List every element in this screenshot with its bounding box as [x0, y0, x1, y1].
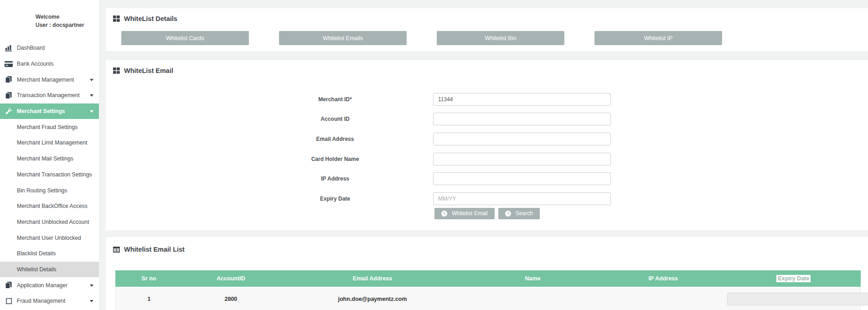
whitelist-details-title-row: WhiteList Details	[113, 15, 861, 23]
search-button[interactable]: Search	[498, 208, 540, 219]
sidebar-item-transaction-management[interactable]: Transaction Management	[0, 88, 99, 103]
tab-button-whitelist-bin[interactable]: Whitelist Bin	[437, 31, 564, 45]
sidebar-item-merchant-backoffice-access[interactable]: Merchant BackOffice Access	[0, 198, 99, 214]
field-label: IP Address	[276, 176, 394, 182]
page-title: WhiteList Details	[124, 15, 177, 22]
sidebar-item-fraud-management[interactable]: Fraud Management	[0, 293, 99, 309]
cell-email-address: john.doe@paymentz.com	[279, 288, 466, 310]
column-header-accountid: AccountID	[182, 270, 279, 288]
cell-expiry-date	[727, 288, 861, 310]
whitelist-email-table: Sr noAccountIDEmail AddressNameIP Addres…	[115, 270, 861, 310]
sidebar-item-label: Blacklist Details	[17, 250, 56, 257]
welcome-user: User : docspartner	[36, 21, 99, 29]
tab-button-whitelist-emails[interactable]: Whitelist Emails	[279, 31, 407, 45]
expiry-date-disabled-input[interactable]	[727, 293, 868, 305]
button-label: Search	[516, 210, 533, 217]
sidebar-item-label: Bank Accounts	[17, 61, 54, 67]
field-label: Card Holder Name	[276, 156, 394, 162]
sidebar-item-dashboard[interactable]: DashBoard	[0, 40, 99, 56]
clock-icon	[505, 211, 511, 217]
square-icon	[4, 297, 14, 305]
credit-card-icon	[4, 60, 14, 67]
grid-icon	[113, 67, 120, 74]
card-holder-name-field[interactable]	[433, 153, 611, 165]
welcome-block: Welcome User : docspartner	[36, 13, 99, 29]
sidebar-item-application-manager[interactable]: Application Manager	[0, 277, 99, 293]
form-row-card-holder-name: Card Holder Name	[113, 149, 861, 169]
field-label: Account ID	[276, 116, 394, 122]
whitelist-email-panel: WhiteList Email Merchant ID*Account IDEm…	[106, 60, 868, 230]
sidebar-item-merchant-transaction-settings[interactable]: Merchant Transaction Settings	[0, 167, 99, 183]
sidebar-item-label: Merchant Limit Management	[17, 140, 87, 146]
sidebar-item-label: DashBoard	[17, 45, 45, 51]
form-row-ip-address: IP Address	[113, 169, 861, 189]
sidebar-item-label: Merchant Settings	[17, 108, 65, 114]
sidebar-item-merchant-limit-management[interactable]: Merchant Limit Management	[0, 135, 99, 151]
sidebar-item-label: Merchant Fraud Settings	[17, 124, 78, 130]
field-label: Email Address	[276, 136, 394, 142]
column-header-ip-address: IP Address	[600, 270, 727, 288]
column-header-sr-no: Sr no	[115, 270, 182, 288]
table-row: 12800john.doe@paymentz.com	[115, 288, 861, 310]
ip-address-field[interactable]	[433, 172, 611, 185]
table-icon	[113, 247, 120, 253]
whitelist-tab-row: Whitelist CardsWhitelist EmailsWhitelist…	[121, 31, 861, 45]
highlighted-header-text: Expiry Date	[776, 275, 811, 282]
whitelist-details-panel: WhiteList Details Whitelist CardsWhiteli…	[106, 8, 868, 51]
sidebar-item-merchant-mail-settings[interactable]: Merchant Mail Settings	[0, 151, 99, 167]
sidebar-item-merchant-settings[interactable]: Merchant Settings	[0, 103, 99, 119]
sidebar-item-label: Merchant Mail Settings	[17, 155, 73, 162]
cell-account-id: 2800	[182, 288, 279, 310]
copy-icon	[4, 282, 14, 289]
sidebar-item-merchant-user-unblocked[interactable]: Merchant User Unblocked	[0, 230, 99, 246]
column-header-name: Name	[465, 270, 599, 288]
cell-name	[465, 288, 599, 310]
clock-icon	[441, 211, 447, 217]
grid-icon	[113, 16, 120, 22]
sidebar-nav: DashBoardBank AccountsMerchant Managemen…	[0, 40, 99, 309]
whitelist-email-button[interactable]: Whitelist Email	[434, 208, 495, 219]
sidebar-item-label: Merchant User Unblocked	[17, 235, 81, 241]
sidebar-item-label: Merchant Transaction Settings	[17, 171, 92, 178]
bar-chart-icon	[4, 44, 14, 52]
column-header-email-address: Email Address	[279, 270, 466, 288]
button-label: Whitelist Email	[452, 210, 488, 217]
chevron-down-icon	[90, 110, 93, 114]
sidebar-item-label: Transaction Management	[17, 92, 80, 98]
form-action-row: Whitelist EmailSearch	[434, 208, 861, 219]
whitelist-email-list-title-row: Whitelist Email List	[113, 245, 861, 253]
sidebar-item-whitelist-details[interactable]: Whitelist Details	[0, 262, 99, 278]
sidebar-item-merchant-unblocked-account[interactable]: Merchant Unblocked Account	[0, 214, 99, 230]
form-row-expiry-date: Expiry Date	[113, 189, 861, 209]
chevron-down-icon	[90, 79, 93, 83]
sidebar-item-merchant-fraud-settings[interactable]: Merchant Fraud Settings	[0, 119, 99, 135]
sidebar-item-merchant-management[interactable]: Merchant Management	[0, 72, 99, 88]
tab-button-whitelist-ip[interactable]: Whitelist IP	[594, 31, 722, 45]
account-id-field[interactable]	[433, 113, 611, 125]
table-header-row: Sr noAccountIDEmail AddressNameIP Addres…	[115, 270, 861, 288]
wrench-icon	[4, 108, 14, 115]
tab-button-whitelist-cards[interactable]: Whitelist Cards	[121, 31, 249, 45]
sidebar-item-label: Merchant Management	[17, 77, 74, 83]
email-address-field[interactable]	[433, 133, 611, 145]
sidebar-item-label: Bin Routing Settings	[17, 187, 67, 194]
main-content: WhiteList Details Whitelist CardsWhiteli…	[99, 0, 868, 310]
chevron-down-icon	[90, 94, 93, 98]
sidebar-item-bank-accounts[interactable]: Bank Accounts	[0, 56, 99, 72]
sidebar: Welcome User : docspartner DashBoardBank…	[0, 0, 99, 310]
copy-icon	[4, 76, 14, 83]
form-row-merchant-id: Merchant ID*	[113, 89, 861, 109]
cell-ip-address	[600, 288, 727, 310]
sidebar-item-label: Whitelist Details	[17, 266, 57, 273]
sidebar-item-bin-routing-settings[interactable]: Bin Routing Settings	[0, 182, 99, 198]
table-body: 12800john.doe@paymentz.com	[115, 288, 861, 310]
chevron-down-icon	[90, 284, 93, 289]
expiry-date-field[interactable]	[433, 192, 611, 205]
sidebar-item-label: Merchant BackOffice Access	[17, 203, 88, 209]
form-row-email-address: Email Address	[113, 129, 861, 149]
sidebar-item-blacklist-details[interactable]: Blacklist Details	[0, 246, 99, 262]
merchant-id-field[interactable]	[433, 93, 611, 106]
field-label: Expiry Date	[276, 196, 394, 202]
chevron-down-icon	[90, 300, 93, 304]
whitelist-email-list-panel: Whitelist Email List Sr noAccountIDEmail…	[106, 237, 868, 310]
